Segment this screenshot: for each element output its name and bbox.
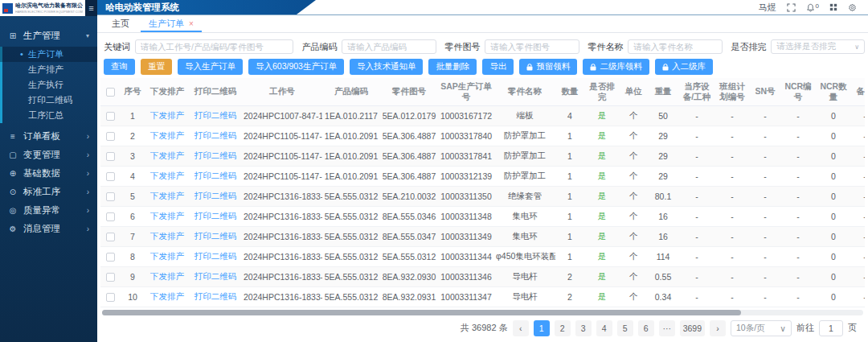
send-to-schedule-link[interactable]: 下发排产	[145, 286, 189, 307]
row-checkbox[interactable]	[106, 152, 115, 161]
page-number-button[interactable]: 4	[596, 320, 612, 336]
prev-page-button[interactable]: ‹	[513, 320, 529, 336]
row-checkbox[interactable]	[106, 293, 115, 302]
action-button[interactable]: 预留领料	[519, 59, 577, 75]
keyword-input[interactable]	[135, 39, 293, 54]
page-content: 关键词 产品编码 零件图号 零件名称 是否排完 请选择是否排完 ∨	[97, 33, 868, 342]
row-checkbox[interactable]	[106, 212, 115, 221]
row-checkbox[interactable]	[106, 253, 115, 262]
tab[interactable]: 生产订单 ×	[141, 15, 202, 32]
action-button[interactable]: 导入603/903生产订单	[248, 59, 344, 75]
action-button[interactable]: 导入生产订单	[178, 59, 243, 75]
column-header: SAP生产订单号	[438, 78, 494, 105]
page-number-button[interactable]: 1	[534, 320, 550, 336]
send-to-schedule-link[interactable]: 下发排产	[145, 226, 189, 246]
tab-label: 主页	[112, 19, 129, 28]
part-name-input[interactable]	[628, 39, 723, 54]
fullscreen-icon[interactable]	[787, 3, 796, 12]
row-checkbox[interactable]	[106, 132, 115, 141]
scheduled-select[interactable]: 请选择是否排完 ∨	[771, 39, 865, 54]
action-button[interactable]: 重置	[141, 59, 172, 75]
table-row: 8 下发排产 打印二维码 2024HPC1316-1833-2 5EA.555.…	[100, 246, 865, 266]
select-all-checkbox[interactable]	[106, 88, 115, 97]
row-checkbox[interactable]	[106, 112, 115, 121]
action-button[interactable]: 批量删除	[428, 59, 477, 75]
cell-remark: -	[851, 146, 865, 166]
username[interactable]: 马煜	[759, 2, 776, 14]
sidebar-group-production[interactable]: ⊞ 生产管理 ▾	[0, 26, 97, 45]
notification-bell-icon[interactable]: 0	[806, 3, 819, 12]
send-to-schedule-link[interactable]: 下发排产	[145, 186, 189, 206]
sidebar-subitem[interactable]: 生产执行	[0, 77, 97, 93]
action-button[interactable]: 导出	[482, 59, 514, 75]
sidebar-subitem[interactable]: 打印二维码	[0, 93, 97, 108]
print-qrcode-link[interactable]: 打印二维码	[189, 126, 242, 146]
print-qrcode-link[interactable]: 打印二维码	[189, 246, 242, 266]
product-code-input[interactable]	[342, 39, 436, 54]
cell-ncr-qty: 0	[816, 226, 851, 246]
action-button[interactable]: 二级库领料	[583, 59, 649, 75]
action-button[interactable]: 入二级库	[655, 59, 713, 75]
sidebar-subitem[interactable]: 生产订单	[0, 47, 97, 62]
cell-product-code: 1EA.010.2091	[322, 126, 380, 146]
action-button[interactable]: 导入技术通知单	[350, 59, 424, 75]
tab[interactable]: 主页	[104, 15, 137, 32]
part-drawing-input[interactable]	[485, 39, 579, 54]
sidebar-item[interactable]: ⊕ 基础数据 ›	[0, 164, 97, 183]
sidebar-item[interactable]: ⊙ 标准工序 ›	[0, 183, 97, 201]
cell-ncr-qty: 0	[816, 166, 851, 186]
send-to-schedule-link[interactable]: 下发排产	[145, 146, 189, 166]
cell-sap-order-no: 10003311347	[438, 286, 494, 307]
tab-close-icon[interactable]: ×	[189, 19, 194, 28]
send-to-schedule-link[interactable]: 下发排产	[145, 105, 189, 126]
company-logo: 哈尔滨电气动力装备有限公司 HARBIN ELECTRIC POWER EQUI…	[0, 0, 85, 16]
print-qrcode-link[interactable]: 打印二维码	[189, 286, 242, 307]
print-qrcode-link[interactable]: 打印二维码	[189, 206, 242, 226]
sidebar-item[interactable]: ◎ 质量异常 ›	[0, 201, 97, 220]
sidebar-subitem[interactable]: 生产排产	[0, 62, 97, 77]
cell-weight: 29	[647, 166, 679, 186]
sidebar-subitem-label: 打印二维码	[28, 95, 72, 105]
cell-part-name: 防护罩加工	[494, 126, 555, 146]
print-qrcode-link[interactable]: 打印二维码	[189, 186, 242, 206]
cell-unit: 个	[620, 226, 647, 246]
cell-weight: 29	[647, 146, 679, 166]
row-checkbox[interactable]	[106, 172, 115, 181]
company-name: 哈尔滨电气动力装备有限公司	[15, 2, 83, 9]
print-qrcode-link[interactable]: 打印二维码	[189, 166, 242, 186]
apps-grid-icon[interactable]	[829, 3, 837, 11]
page-number-button[interactable]: 2	[555, 320, 571, 336]
sidebar-item[interactable]: ⚙ 消息管理 ›	[0, 220, 97, 238]
row-checkbox[interactable]	[106, 233, 115, 241]
row-checkbox[interactable]	[106, 273, 115, 282]
page-number-button[interactable]: 3	[575, 320, 592, 336]
cell-job-number: 2024HPC1316-1833-2	[242, 226, 322, 246]
action-button[interactable]: 查询	[104, 59, 135, 75]
send-to-schedule-link[interactable]: 下发排产	[145, 126, 189, 146]
send-to-schedule-link[interactable]: 下发排产	[145, 206, 189, 226]
gear-icon[interactable]	[848, 3, 857, 12]
page-size-select[interactable]: 10条/页 ∨	[731, 320, 792, 336]
send-to-schedule-link[interactable]: 下发排产	[145, 166, 189, 186]
row-checkbox[interactable]	[106, 192, 115, 201]
sidebar-subitem[interactable]: 工序汇总	[0, 108, 97, 123]
print-qrcode-link[interactable]: 打印二维码	[189, 266, 242, 286]
sidebar-item[interactable]: ▢ 变更管理 ›	[0, 146, 97, 164]
page-number-button[interactable]: ···	[659, 320, 675, 336]
horizontal-scrollbar-thumb[interactable]	[102, 310, 741, 315]
orders-table: 序号 下发排产 打印二维码 工作号 产品编码 零件图号 SAP生产订单号 零件名…	[100, 78, 865, 307]
page-number-button[interactable]: 3699	[680, 320, 705, 336]
send-to-schedule-link[interactable]: 下发排产	[145, 266, 189, 286]
sidebar-item[interactable]: ≡ 订单看板 ›	[0, 127, 97, 146]
sidebar-collapse-icon[interactable]: ≡	[85, 0, 97, 16]
goto-page-input[interactable]	[819, 320, 843, 336]
next-page-button[interactable]: ›	[710, 320, 726, 336]
send-to-schedule-link[interactable]: 下发排产	[145, 246, 189, 266]
print-qrcode-link[interactable]: 打印二维码	[189, 226, 242, 246]
page-number-button[interactable]: 6	[638, 320, 654, 336]
keyword-label: 关键词	[104, 41, 130, 53]
print-qrcode-link[interactable]: 打印二维码	[189, 146, 242, 166]
column-header: 数量	[555, 78, 584, 105]
print-qrcode-link[interactable]: 打印二维码	[189, 105, 242, 126]
page-number-button[interactable]: 5	[617, 320, 633, 336]
